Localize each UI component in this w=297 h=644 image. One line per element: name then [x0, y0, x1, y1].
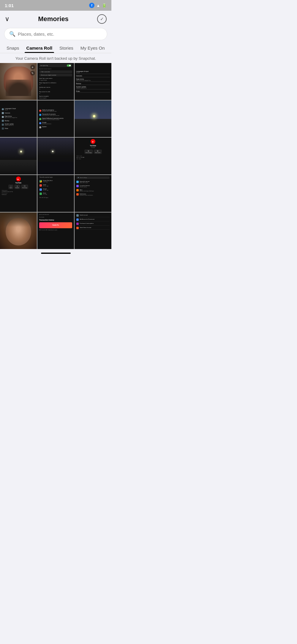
- sd-backup: Backup: [76, 82, 110, 85]
- yt2-permissions: Permissions: [2, 193, 35, 194]
- s3-wellbeing-icon: [39, 118, 41, 120]
- ps-screenshot-row: ○ Take screenshot: [39, 70, 72, 73]
- ps-open-camera: Quickly open camera: [39, 86, 72, 88]
- header: ∨ Memories ✓: [0, 11, 111, 26]
- sd-date-time: Date & time GMT-8:00 Pacific Daylight Ti…: [76, 78, 110, 82]
- play-store-icon: [40, 180, 42, 182]
- network-icon: [76, 181, 79, 183]
- sd-languages: Languages & input Gboard: [76, 70, 110, 74]
- home-indicator: [0, 249, 111, 256]
- search-input[interactable]: [18, 32, 102, 37]
- grid-cell-settings4[interactable]: 🔍 Search settings Network & internetMobi…: [75, 175, 111, 212]
- ra-home: Home 2 hr. ago: [40, 192, 72, 195]
- yt2-perm-sub: Notifications: [2, 194, 35, 195]
- edit-icon[interactable]: ✎: [30, 71, 35, 75]
- tab-snaps[interactable]: Snaps: [3, 42, 23, 53]
- recent-apps-header: Recently opened apps: [40, 177, 72, 178]
- grid-cell-outdoor[interactable]: [75, 100, 111, 137]
- grid-cell-settings-dark[interactable]: Languages & input Gboard Gestures Date &…: [75, 63, 111, 100]
- tab-camera-roll[interactable]: Camera Roll: [23, 42, 56, 53]
- s2-languages: Languages & inputGboard: [2, 108, 35, 111]
- night-city-2: [37, 162, 74, 174]
- grid-cell-recent-apps[interactable]: Recently opened apps Google Play Store 1…: [37, 175, 74, 212]
- status-time: 1:01: [5, 3, 14, 8]
- stadia-sub: $9.99 • Jun 16, 1999 • Stadia Name & num…: [39, 229, 72, 231]
- s3-system: System: [39, 126, 72, 129]
- yt-space-used: Space used: [76, 155, 110, 157]
- s2-gestures: Gestures: [2, 112, 35, 114]
- s2-gestures-icon: [2, 112, 4, 114]
- transaction-top-label: games and discounts: [39, 214, 72, 215]
- see-details-link[interactable]: See details: [39, 217, 72, 218]
- grid-cell-settings5[interactable]: Switch account Add Account to Chromecast…: [75, 212, 111, 249]
- s3-wellbeing: Digital Wellbeing & parental controlsScr…: [39, 117, 72, 121]
- clear-storage-button[interactable]: 🗑 Clear storage: [84, 149, 93, 154]
- check-button[interactable]: ✓: [97, 14, 107, 24]
- ps-tap-back-label: Tap back of phone twice to: [39, 68, 72, 70]
- grid-cell-transaction[interactable]: games and discounts See details Transact…: [37, 212, 74, 249]
- night-light-2: [52, 151, 53, 152]
- s2-rules: Rules: [2, 127, 35, 130]
- devices-icon: [76, 185, 79, 187]
- youtube-app-name: YouTube: [76, 145, 110, 147]
- quick-tap-toggle[interactable]: [67, 64, 71, 67]
- outdoor-light: [93, 115, 95, 117]
- tab-my-eyes-only[interactable]: My Eyes On: [77, 42, 108, 53]
- backup-notice: Your Camera Roll isn't backed up by Snap…: [0, 53, 111, 63]
- yt2-open-button[interactable]: □ Open: [8, 185, 13, 189]
- youtube-logo: [91, 139, 95, 144]
- settings-search-mini[interactable]: 🔍 Search settings: [76, 177, 110, 179]
- gmail-icon: [40, 184, 42, 187]
- yt2-force-stop-button[interactable]: ⬛ Force stop: [21, 185, 29, 189]
- status-icons: f ▲ 🔋: [89, 3, 107, 8]
- grid-cell-quick-tap[interactable]: Use Quick Tap Tap back of phone twice to…: [37, 63, 74, 100]
- ps-flip-camera: Flip camera for selfie: [39, 91, 72, 92]
- ps-use-quick-tap-row: Use Quick Tap: [39, 64, 72, 67]
- grid-cell-night1[interactable]: [0, 138, 37, 174]
- s4-apps: AppsAssistant, recent apps, default apps: [76, 189, 110, 192]
- ps-toggle-flashlight: On Toggle flashlight: [39, 80, 72, 81]
- settings-search-icon: 🔍: [78, 177, 79, 178]
- search-bar[interactable]: 🔍: [4, 28, 107, 40]
- stadia-icon: Stadia Pro: [39, 222, 72, 228]
- search-icon: 🔍: [9, 31, 15, 37]
- ps-system-nav: System navigation: [39, 95, 72, 97]
- tab-stories[interactable]: Stories: [56, 42, 77, 53]
- night-building-1: [0, 160, 37, 174]
- status-bar: 1:01 f ▲ 🔋: [0, 0, 111, 11]
- s4-network: Network & internetMobile, WiFi, hotspot: [76, 180, 110, 184]
- ps-swipe-label: Swipe fingerprint for notifications: [39, 82, 72, 84]
- clear-cache-icon: 🗑: [97, 150, 99, 152]
- yt2-disable-button[interactable]: ⊘ Disable: [14, 185, 20, 189]
- back-chevron[interactable]: ∨: [5, 15, 10, 23]
- see-all-apps-link[interactable]: See all 114 apps: [40, 197, 72, 198]
- grid-cell-yt2[interactable]: YouTube □ Open ⊘ Disable ⬛ Force stop No…: [0, 175, 37, 212]
- portrait-beard: [6, 80, 31, 96]
- clear-cache-button[interactable]: 🗑 Clear cache: [94, 149, 102, 154]
- switch-account-icon: [76, 214, 79, 217]
- sd-system-update: System update Updated to Android 13: [76, 86, 110, 89]
- home-bar: [41, 253, 71, 254]
- grid-cell-night2[interactable]: [37, 138, 74, 174]
- yt2-buttons: □ Open ⊘ Disable ⬛ Force stop: [2, 185, 35, 189]
- s3-google-icon: [39, 122, 41, 124]
- s4-devices: Connected devicesBluetooth, pairing: [76, 185, 110, 188]
- ps-gesture-header: Quick Tap to start actions: [39, 78, 72, 79]
- s2-backup: Backup: [2, 119, 35, 122]
- s5-add-chromecast: Add Account to Chromecast: [76, 218, 110, 221]
- s5-purchases: Purchases & subscriptions: [76, 222, 110, 226]
- grid-cell-settings3[interactable]: Safety & emergencyEmergency SOS, medical…: [37, 100, 74, 137]
- grid-cell-settings2[interactable]: Languages & inputGboard Gestures Date & …: [0, 100, 37, 137]
- page-title: Memories: [38, 15, 69, 23]
- notifications-icon: [76, 193, 79, 196]
- yt-user-data: User data: [76, 158, 110, 160]
- yt2-notif-sub: 2 notifications types per day: [2, 191, 35, 192]
- grid-cell-portrait[interactable]: + ✎: [0, 63, 37, 100]
- add-icon[interactable]: +: [30, 65, 35, 70]
- grid-cell-youtube[interactable]: YouTube 17.34.34 🗑 Clear storage 🗑 Clear…: [75, 138, 111, 174]
- ra-gmail: Gmail 10 min. ago: [40, 184, 72, 187]
- grid-cell-face2[interactable]: [0, 212, 37, 249]
- s3-safety-icon: [39, 110, 41, 112]
- s2-update-icon: [2, 124, 4, 126]
- s5-stadia-name: Stadia Name & avatar: [76, 226, 110, 230]
